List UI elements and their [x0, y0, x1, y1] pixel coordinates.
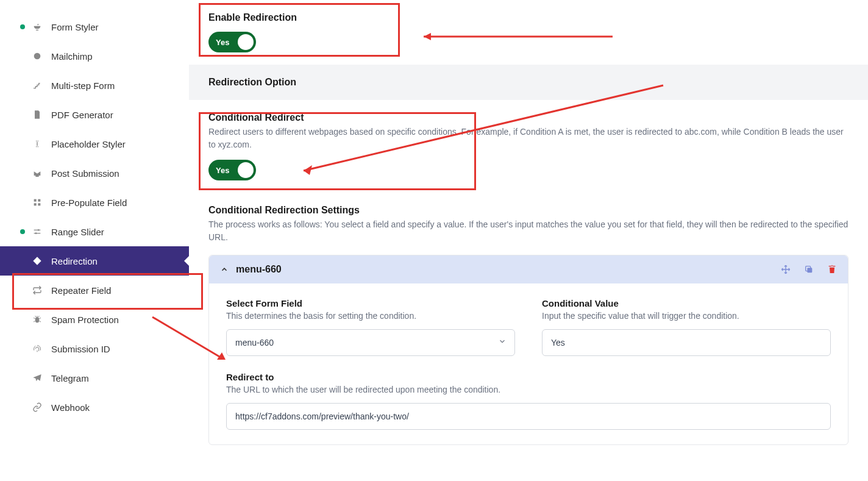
- toggle-label: Yes: [216, 166, 229, 175]
- sidebar-item-redirection[interactable]: Redirection: [0, 246, 189, 276]
- svg-point-0: [34, 53, 41, 60]
- conditional-redirect-toggle[interactable]: Yes: [208, 160, 256, 180]
- svg-point-7: [35, 317, 40, 322]
- sidebar-item-form-styler[interactable]: Form Styler: [0, 12, 189, 41]
- form-field-select[interactable]: menu-660: [226, 329, 515, 356]
- sidebar-item-label: Form Styler: [51, 22, 99, 32]
- enable-redirection-toggle[interactable]: Yes: [208, 32, 256, 52]
- rule-title: menu-660: [236, 264, 781, 275]
- conditional-redirect-desc: Redirect users to different webpages bas…: [208, 126, 848, 151]
- select-field-label: Select Form Field: [226, 298, 515, 308]
- copy-icon[interactable]: [804, 265, 814, 274]
- select-field-desc: This determines the basis for setting th…: [226, 311, 515, 321]
- conditional-settings-title: Conditional Redirection Settings: [208, 205, 848, 216]
- sidebar-item-range-slider[interactable]: Range Slider: [0, 217, 189, 246]
- conditional-value-desc: Input the specific value that will trigg…: [542, 311, 831, 321]
- sidebar-item-label: Pre-Populate Field: [51, 198, 127, 208]
- mailchimp-icon: [32, 51, 43, 62]
- svg-rect-2: [38, 199, 40, 202]
- sidebar-item-repeater[interactable]: Repeater Field: [0, 276, 189, 305]
- redirect-to-input[interactable]: [226, 403, 831, 430]
- main-content: Enable Redirection Yes Redirection Optio…: [189, 0, 868, 481]
- pdf-icon: [32, 109, 43, 120]
- toggle-knob: [238, 34, 254, 50]
- conditional-value-label: Conditional Value: [542, 298, 831, 308]
- svg-point-6: [35, 232, 37, 234]
- sidebar-item-label: Post Submission: [51, 168, 119, 179]
- sidebar-item-label: Repeater Field: [51, 285, 111, 296]
- sidebar-item-telegram[interactable]: Telegram: [0, 363, 189, 393]
- conditional-redirect-title: Conditional Redirect: [208, 112, 848, 123]
- postbox-icon: [32, 168, 43, 179]
- sidebar-item-webhook[interactable]: Webhook: [0, 393, 189, 422]
- svg-rect-1: [34, 199, 37, 202]
- rule-header[interactable]: menu-660: [209, 255, 848, 283]
- cursor-icon: [32, 138, 43, 149]
- redirection-option-heading: Redirection Option: [189, 65, 868, 100]
- chevron-up-icon: [220, 265, 229, 274]
- redirect-to-desc: The URL to which the user will be redire…: [226, 385, 831, 394]
- sidebar: Form Styler Mailchimp Multi-step Form PD…: [0, 0, 189, 481]
- move-icon[interactable]: [781, 265, 791, 274]
- toggle-knob: [238, 162, 254, 178]
- sidebar-item-label: Submission ID: [51, 344, 110, 354]
- svg-rect-3: [34, 203, 37, 205]
- sidebar-item-prepopulate[interactable]: Pre-Populate Field: [0, 188, 189, 217]
- svg-rect-8: [807, 268, 812, 273]
- enable-redirection-title: Enable Redirection: [208, 12, 848, 23]
- grid-icon: [32, 197, 43, 208]
- steps-icon: [32, 80, 43, 91]
- diamond-icon: [32, 255, 43, 266]
- sidebar-item-submission-id[interactable]: Submission ID: [0, 334, 189, 363]
- redirect-to-label: Redirect to: [226, 372, 831, 382]
- mortar-icon: [32, 21, 43, 32]
- fingerprint-icon: [32, 343, 43, 354]
- trash-icon[interactable]: [827, 265, 837, 274]
- sidebar-item-label: Spam Protection: [51, 315, 119, 325]
- conditional-value-input[interactable]: [542, 329, 831, 356]
- toggle-label: Yes: [216, 38, 229, 47]
- sidebar-item-label: Range Slider: [51, 227, 104, 237]
- sidebar-item-post-submission[interactable]: Post Submission: [0, 159, 189, 188]
- sidebar-item-label: PDF Generator: [51, 110, 113, 120]
- sidebar-item-multistep[interactable]: Multi-step Form: [0, 71, 189, 100]
- sidebar-item-spam[interactable]: Spam Protection: [0, 305, 189, 334]
- sidebar-item-label: Telegram: [51, 373, 89, 383]
- bug-icon: [32, 314, 43, 325]
- conditional-settings-desc: The process works as follows: You select…: [208, 218, 848, 244]
- repeat-icon: [32, 285, 43, 296]
- svg-point-5: [38, 229, 40, 231]
- sidebar-item-placeholder[interactable]: Placeholder Styler: [0, 129, 189, 159]
- svg-rect-4: [38, 203, 40, 205]
- sidebar-item-label: Multi-step Form: [51, 80, 115, 91]
- sidebar-item-pdf[interactable]: PDF Generator: [0, 100, 189, 129]
- sidebar-item-mailchimp[interactable]: Mailchimp: [0, 41, 189, 71]
- telegram-icon: [32, 372, 43, 383]
- sidebar-item-label: Placeholder Styler: [51, 139, 126, 149]
- sidebar-item-label: Mailchimp: [51, 51, 93, 62]
- sidebar-item-label: Redirection: [51, 256, 98, 266]
- sidebar-item-label: Webhook: [51, 402, 90, 413]
- link-icon: [32, 402, 43, 413]
- rule-card: menu-660 Select Form Field This determin…: [208, 255, 848, 445]
- sliders-icon: [32, 226, 43, 237]
